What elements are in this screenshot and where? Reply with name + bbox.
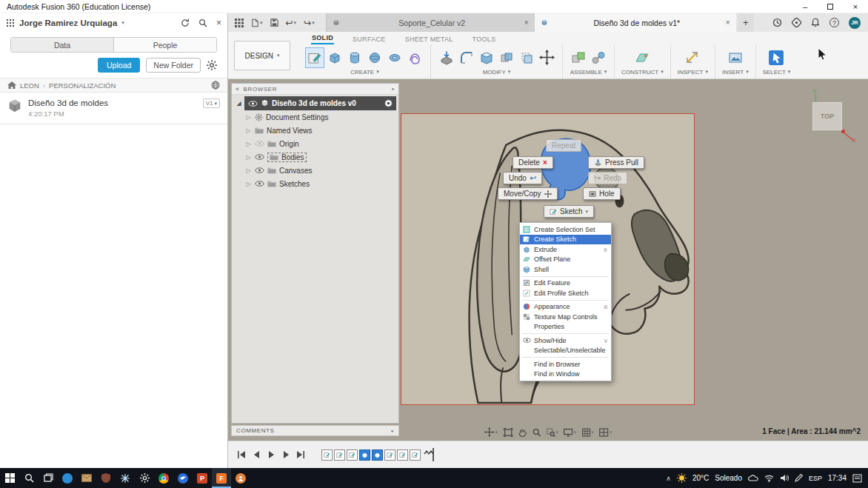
timeline-feature-sketch[interactable] bbox=[410, 449, 421, 461]
menu-item-show-hide[interactable]: Show/Hide v bbox=[520, 335, 611, 346]
chrome-app-icon[interactable] bbox=[154, 468, 173, 488]
job-status-icon[interactable] bbox=[772, 18, 782, 27]
timeline-feature-extrude-selected[interactable] bbox=[359, 449, 370, 461]
task-view-button[interactable] bbox=[39, 468, 58, 488]
shell-button[interactable] bbox=[478, 48, 495, 67]
construction-plane-button[interactable] bbox=[633, 48, 651, 67]
measure-button[interactable] bbox=[684, 48, 701, 67]
combine-button[interactable] bbox=[498, 48, 515, 67]
expand-icon[interactable]: ▷ bbox=[245, 167, 252, 174]
press-pull-button[interactable] bbox=[438, 48, 455, 67]
shield-app-icon[interactable] bbox=[96, 468, 116, 488]
expand-icon[interactable]: ▷ bbox=[245, 181, 252, 187]
timeline-step-forward-button[interactable] bbox=[280, 449, 292, 461]
menu-item-create-sketch[interactable]: Create Sketch bbox=[520, 235, 611, 245]
expand-icon[interactable]: ▷ bbox=[245, 141, 252, 147]
clock[interactable]: 17:34 bbox=[828, 474, 847, 482]
torus-primitive-button[interactable] bbox=[386, 48, 404, 67]
save-button[interactable] bbox=[268, 19, 281, 27]
globe-icon[interactable] bbox=[211, 81, 220, 90]
version-badge[interactable]: V1 ▾ bbox=[203, 98, 220, 108]
pan-tool-button[interactable] bbox=[516, 427, 528, 438]
snowflake-app-icon[interactable] bbox=[116, 468, 135, 488]
joint-button[interactable] bbox=[590, 48, 607, 67]
browser-item-sketches[interactable]: ▷ Sketches bbox=[232, 177, 398, 190]
menu-item-shell[interactable]: Shell bbox=[520, 264, 611, 275]
select-tool-button[interactable] bbox=[767, 48, 785, 67]
timeline-feature-sketch[interactable] bbox=[334, 449, 345, 461]
app-launcher-icon[interactable] bbox=[233, 19, 246, 27]
group-modify-label[interactable]: MODIFY ▾ bbox=[483, 69, 511, 76]
eye-icon[interactable] bbox=[248, 101, 258, 107]
maximize-button[interactable] bbox=[818, 0, 843, 13]
weather-condition[interactable]: Soleado bbox=[715, 474, 742, 482]
start-button[interactable] bbox=[0, 468, 19, 488]
box-primitive-button[interactable] bbox=[326, 48, 344, 67]
marking-menu-move-copy[interactable]: Move/Copy bbox=[498, 187, 558, 200]
design-file-item[interactable]: Diseño 3d de moldes 4:20:17 PM V1 ▾ bbox=[0, 93, 227, 124]
group-inspect-label[interactable]: INSPECT ▾ bbox=[678, 69, 708, 76]
viewports-button[interactable]: ▾ bbox=[598, 427, 614, 438]
comments-bar[interactable]: COMMENTS ● bbox=[231, 425, 399, 436]
settings-app-icon[interactable] bbox=[135, 468, 154, 488]
pen-icon[interactable] bbox=[795, 474, 803, 482]
marking-menu-undo[interactable]: Undo ↩ bbox=[503, 172, 542, 184]
menu-item-extrude[interactable]: Extrude e bbox=[520, 244, 611, 255]
browser-header[interactable]: « BROWSER ● bbox=[232, 84, 398, 95]
fusion360-app-icon[interactable]: F bbox=[212, 468, 231, 488]
fit-view-button[interactable] bbox=[501, 427, 514, 438]
browser-item-canvases[interactable]: ▷ Canvases bbox=[232, 164, 398, 177]
tab-sheet-metal[interactable]: SHEET METAL bbox=[404, 34, 454, 44]
timeline-feature-sketch[interactable] bbox=[321, 449, 333, 461]
eye-icon[interactable] bbox=[255, 154, 264, 160]
close-panel-icon[interactable]: × bbox=[216, 18, 221, 28]
browser-item-origin[interactable]: ▷ Origin bbox=[232, 137, 398, 150]
document-tab-diseno-3d[interactable]: Diseño 3d de moldes v1* × bbox=[535, 13, 736, 32]
close-tab-icon[interactable]: × bbox=[524, 19, 529, 27]
grid-settings-button[interactable]: ▾ bbox=[580, 427, 595, 438]
tab-data[interactable]: Data bbox=[11, 38, 113, 52]
tab-tools[interactable]: TOOLS bbox=[472, 34, 497, 44]
eye-icon[interactable] bbox=[255, 181, 264, 187]
eye-icon[interactable] bbox=[255, 167, 264, 173]
onedrive-icon[interactable] bbox=[748, 475, 758, 481]
menu-item-offset-plane[interactable]: Offset Plane bbox=[520, 255, 611, 265]
display-settings-button[interactable]: ▾ bbox=[562, 427, 578, 438]
new-component-button[interactable] bbox=[570, 48, 587, 67]
browser-item-document-settings[interactable]: ▷ Document Settings bbox=[232, 110, 398, 124]
redo-button[interactable]: ↪ ▾ bbox=[301, 18, 317, 28]
breadcrumb-root[interactable]: LEON bbox=[20, 81, 39, 90]
timeline-feature-sketch[interactable] bbox=[347, 449, 358, 461]
activate-radio-icon[interactable] bbox=[384, 99, 393, 107]
upload-button[interactable]: Upload bbox=[98, 58, 140, 73]
menu-item-selectable-unselectable[interactable]: Selectable/Unselectable bbox=[520, 346, 611, 356]
timeline-position-marker[interactable] bbox=[424, 448, 435, 461]
group-select-label[interactable]: SELECT ▾ bbox=[763, 69, 791, 76]
cylinder-primitive-button[interactable] bbox=[346, 48, 364, 67]
breadcrumb-current[interactable]: PERSONALIZACIÓN bbox=[49, 81, 116, 90]
marking-menu-sketch-dropdown[interactable]: Sketch ▾ bbox=[544, 205, 594, 218]
hidden-icons-chevron[interactable]: ∧ bbox=[666, 475, 671, 482]
group-create-label[interactable]: CREATE ▾ bbox=[350, 69, 378, 76]
menu-item-texture-map-controls[interactable]: Texture Map Controls bbox=[520, 312, 611, 322]
minimize-button[interactable]: – bbox=[792, 0, 818, 13]
eye-icon[interactable] bbox=[255, 141, 264, 147]
zoom-window-button[interactable]: ▾ bbox=[544, 427, 560, 438]
menu-item-create-selection-set[interactable]: Create Selection Set bbox=[520, 224, 611, 235]
edge-app-icon[interactable] bbox=[58, 468, 77, 488]
wifi-icon[interactable] bbox=[764, 475, 774, 482]
expand-icon[interactable]: ◢ bbox=[236, 100, 242, 107]
expand-icon[interactable]: ▷ bbox=[245, 114, 252, 121]
menu-item-find-in-window[interactable]: Find in Window bbox=[520, 370, 611, 380]
timeline-go-to-end-button[interactable] bbox=[295, 449, 307, 461]
coil-button[interactable] bbox=[406, 48, 424, 67]
refresh-icon[interactable] bbox=[181, 19, 190, 27]
document-tab-soporte-celular[interactable]: Soporte_Celular v2 × bbox=[326, 13, 535, 32]
offset-face-button[interactable] bbox=[518, 48, 535, 67]
marking-menu-press-pull[interactable]: Press Pull bbox=[588, 156, 644, 169]
insert-canvas-button[interactable] bbox=[727, 48, 744, 67]
menu-item-properties[interactable]: Properties bbox=[520, 322, 611, 332]
panel-handle-icon[interactable]: ● bbox=[392, 87, 395, 91]
browser-item-bodies[interactable]: ▷ Bodies bbox=[232, 150, 398, 164]
create-sketch-button[interactable] bbox=[306, 48, 324, 67]
